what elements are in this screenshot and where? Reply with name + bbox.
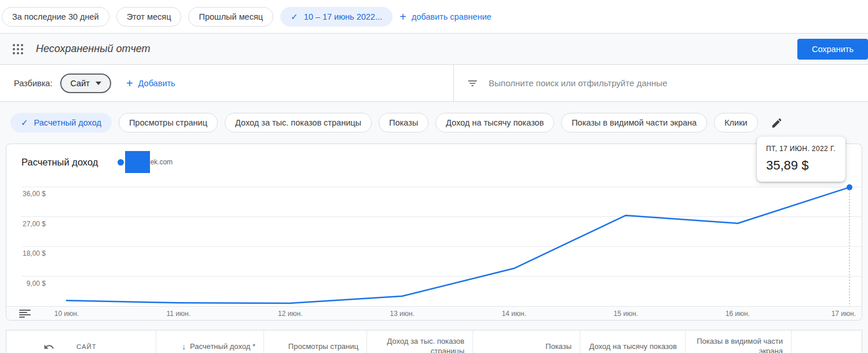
metric-chip-label: Расчетный доход: [34, 118, 101, 127]
revenue-line-chart[interactable]: 9,00 $18,00 $27,00 $36,00 $: [6, 180, 862, 306]
check-icon: ✓: [21, 117, 28, 128]
date-range-selected-label: 10 – 17 июнь 2022...: [304, 12, 382, 21]
metric-chip-page-views[interactable]: Просмотры страниц: [119, 113, 218, 133]
report-header: Несохраненный отчет Сохранить: [0, 34, 868, 65]
redaction-box: [125, 151, 150, 173]
metric-chip-estimated-earnings[interactable]: ✓ Расчетный доход: [10, 113, 112, 133]
sort-descending-icon: ↓: [182, 341, 186, 352]
plus-icon: +: [400, 11, 406, 23]
x-axis-label: 10 июн.: [54, 310, 79, 318]
add-comparison-link[interactable]: + добавить сравнение: [400, 11, 492, 23]
svg-text:18,00 $: 18,00 $: [23, 249, 46, 258]
dimension-dropdown[interactable]: Сайт: [60, 73, 111, 93]
table-of-contents-icon[interactable]: [19, 310, 31, 318]
x-axis-label: 12 июн.: [278, 310, 302, 318]
x-axis-label: 15 июн.: [614, 310, 638, 318]
date-preset-last-30-days[interactable]: За последние 30 дней: [2, 7, 109, 27]
edit-metrics-button[interactable]: [771, 117, 783, 129]
add-breakdown-link[interactable]: + Добавить: [126, 78, 175, 89]
column-header-label: Расчетный доход *: [190, 342, 255, 352]
add-comparison-label: добавить сравнение: [412, 12, 492, 21]
x-axis-label: 14 июн.: [501, 310, 526, 318]
add-breakdown-label: Добавить: [138, 79, 175, 88]
report-title: Несохраненный отчет: [36, 43, 151, 55]
svg-text:36,00 $: 36,00 $: [23, 190, 46, 198]
column-header-impressions[interactable]: Показы: [473, 330, 580, 353]
check-icon: ✓: [291, 12, 298, 22]
pencil-icon: [771, 117, 783, 129]
svg-text:9,00 $: 9,00 $: [27, 280, 46, 288]
metric-chip-impressions[interactable]: Показы: [379, 113, 428, 133]
legend-series-dot: [118, 159, 124, 166]
column-header-empty[interactable]: [791, 330, 862, 353]
metric-chip-clicks[interactable]: Клики: [714, 113, 757, 133]
plus-icon: +: [126, 78, 133, 89]
chart-title: Расчетный доход: [21, 157, 98, 168]
metric-chip-row: ✓ Расчетный доход Просмотры страниц Дохо…: [0, 102, 868, 133]
column-header-site[interactable]: САЙТ: [6, 330, 156, 353]
undo-icon[interactable]: [43, 341, 54, 352]
report-table: САЙТ ↓ Расчетный доход * Просмотры стран…: [6, 330, 862, 353]
filter-icon: [467, 78, 478, 89]
svg-text:27,00 $: 27,00 $: [23, 220, 46, 228]
breakdown-section: Разбивка: Сайт + Добавить: [0, 65, 453, 101]
date-range-bar: За последние 30 дней Этот месяц Прошлый …: [0, 0, 868, 34]
date-preset-last-month[interactable]: Прошлый месяц: [188, 7, 273, 27]
metric-chip-viewable-impressions[interactable]: Показы в видимой части экрана: [561, 113, 707, 133]
x-axis-label: 11 июн.: [166, 310, 190, 318]
x-axis-band: 10 июн.11 июн.12 июн.13 июн.14 июн.15 ию…: [6, 306, 862, 320]
tooltip-date: ПТ, 17 ИЮН. 2022 Г.: [766, 145, 836, 153]
chart-header: Расчетный доход ek.com: [6, 144, 862, 180]
chevron-down-icon: [96, 82, 101, 85]
metric-chip-page-rpm[interactable]: Доход за тыс. показов страницы: [225, 113, 372, 133]
column-header-page-views[interactable]: Просмотры страниц: [263, 330, 367, 353]
date-range-selected-chip[interactable]: ✓ 10 – 17 июнь 2022...: [280, 7, 393, 27]
column-header-impressions-rpm[interactable]: Доход на тысячу показов: [580, 330, 685, 353]
filter-section: [453, 65, 868, 101]
x-axis-label: 17 июн.: [832, 310, 856, 318]
column-header-estimated-earnings[interactable]: ↓ Расчетный доход *: [156, 330, 263, 353]
dimension-dropdown-label: Сайт: [70, 79, 89, 88]
column-header-viewable-impressions[interactable]: Показы в видимой части экрана: [685, 330, 791, 353]
breakdown-filter-bar: Разбивка: Сайт + Добавить: [0, 65, 868, 102]
breakdown-label: Разбивка:: [14, 79, 52, 88]
x-axis-label: 16 июн.: [726, 310, 750, 318]
x-axis-label: 13 июн.: [390, 310, 414, 318]
tooltip-value: 35,89 $: [766, 158, 836, 173]
apps-grid-icon[interactable]: [13, 44, 23, 54]
search-filter-input[interactable]: [489, 78, 813, 88]
metric-chip-impressions-rpm[interactable]: Доход на тысячу показов: [435, 113, 554, 133]
date-preset-this-month[interactable]: Этот месяц: [116, 7, 182, 27]
save-button[interactable]: Сохранить: [797, 39, 868, 60]
column-header-page-rpm[interactable]: Доход за тыс. показов страницы: [367, 330, 473, 353]
chart-tooltip: ПТ, 17 ИЮН. 2022 Г. 35,89 $: [757, 137, 845, 182]
legend-site-label: ek.com: [150, 158, 173, 166]
chart-card: Расчетный доход ek.com 9,00 $18,00 $27,0…: [6, 144, 862, 321]
column-header-label: САЙТ: [76, 343, 97, 351]
table-header-row: САЙТ ↓ Расчетный доход * Просмотры стран…: [6, 330, 862, 353]
